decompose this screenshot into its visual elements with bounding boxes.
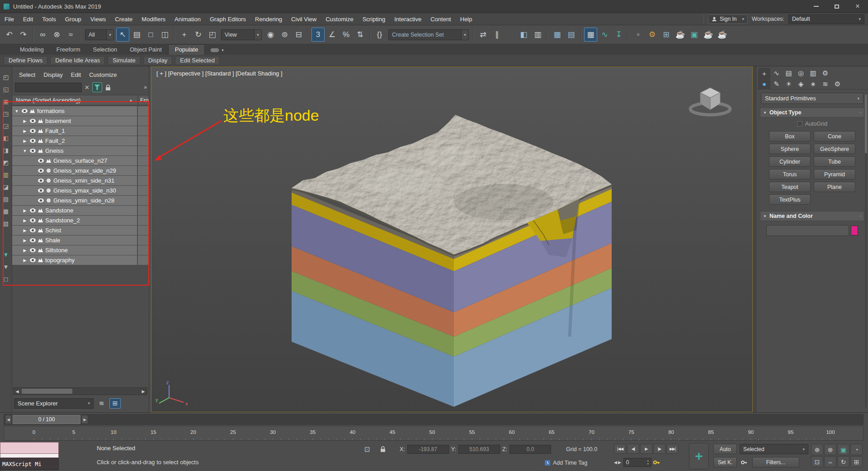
go-to-start-button[interactable]: |◀◀ [614,444,626,454]
isolate-selection-icon[interactable]: ▥ [531,28,544,42]
viewport-layout-tab-icon[interactable]: ▦ [2,207,10,216]
explorer-menu-edit[interactable]: Edit [67,71,85,78]
create-tab-icon[interactable]: + [758,68,770,79]
row-name-cell[interactable]: ▶Sandstone [12,206,137,215]
row-name-cell[interactable]: Gneiss_xmin_side_n31 [12,176,137,185]
ribbon-button-define-flows[interactable]: Define Flows [4,56,47,65]
ribbon-button-display[interactable]: Display [143,56,173,65]
viewcube[interactable] [683,79,737,122]
ribbon-tab-freeform[interactable]: Freeform [50,45,87,55]
field-of-view-icon[interactable]: ◔ [850,444,863,455]
visibility-eye-icon[interactable] [30,218,36,222]
shapes-category-icon[interactable]: ✎ [770,79,783,89]
menu-group[interactable]: Group [61,13,86,25]
orbit-icon[interactable]: ↻ [837,456,849,467]
menu-interactive[interactable]: Interactive [390,13,426,25]
spacewarps-category-icon[interactable]: ≋ [819,79,831,89]
spinner-snap-icon[interactable]: ⇅ [354,28,367,42]
zoom-all-icon[interactable]: ⊛ [824,444,836,455]
undo-icon[interactable]: ↶ [3,28,16,42]
systems-category-icon[interactable]: ⚙ [831,79,844,89]
visibility-eye-icon[interactable] [38,188,44,193]
render-iterative-icon[interactable]: ☕ [716,28,729,42]
object-type-teapot[interactable]: Teapot [769,182,811,192]
search-input[interactable] [15,83,82,92]
reference-coordinate-dropdown[interactable]: View▾ [221,29,262,40]
create-selection-set-combo[interactable]: Create Selection Set▾ [388,29,469,40]
maximize-viewport-icon[interactable]: ⊞ [850,456,863,467]
scene-explorer-row[interactable]: ▶basement [12,116,149,126]
viewport-layout-tab-icon[interactable]: ◲ [2,122,10,130]
expand-arrow-icon[interactable]: ▶ [22,258,28,263]
object-type-torus[interactable]: Torus [769,169,811,179]
scene-explorer-row[interactable]: Gneiss_xmin_side_n31 [12,176,149,185]
rendered-frame-icon[interactable]: ▣ [688,28,701,42]
object-type-sphere[interactable]: Sphere [769,144,811,154]
dope-sheet-icon[interactable]: ↧ [612,28,625,42]
viewport-layout-tab-icon[interactable]: ◪ [2,183,10,191]
row-name-cell[interactable]: ▶Shale [12,236,137,245]
sign-in-button[interactable]: Sign In ▾ [708,14,748,24]
row-frozen-cell[interactable] [138,216,149,225]
add-time-tag[interactable]: Add Time Tag [544,460,587,466]
scrollbar-thumb[interactable] [865,94,867,153]
visibility-eye-icon[interactable] [30,119,36,123]
time-back-button[interactable]: ◀ [5,415,12,424]
viewport-layout-tab-icon[interactable]: ▣ [2,97,10,106]
workspace-dropdown[interactable]: Default ▾ [788,14,864,24]
menu-help[interactable]: Help [456,13,477,25]
expand-arrow-icon[interactable]: ▶ [22,248,28,253]
project-window-icon[interactable]: ⊞ [660,28,673,42]
align-icon[interactable]: ∥ [491,28,504,42]
array-icon[interactable]: ▫ [632,28,645,42]
object-type-box[interactable]: Box [769,131,811,141]
frame-stepper[interactable]: ▴▾ [647,459,649,465]
auto-key-button[interactable]: Auto [713,444,737,454]
viewport-layout-icon[interactable]: ◧ [517,28,530,42]
expand-arrow-icon[interactable]: ▶ [22,139,28,143]
scene-explorer-row[interactable]: ▶Sandstone_2 [12,216,149,225]
object-type-cone[interactable]: Cone [814,131,855,141]
key-mode-icon[interactable] [653,459,660,466]
panel-splitter[interactable] [753,66,756,412]
row-frozen-cell[interactable] [138,226,149,235]
visibility-eye-icon[interactable] [30,129,36,133]
object-type-geosphere[interactable]: GeoSphere [814,144,855,154]
ribbon-button-simulate[interactable]: Simulate [108,56,141,65]
scene-explorer-row[interactable]: ▼formations [12,106,149,116]
viewport-layout-tab-icon[interactable]: ▧ [2,219,10,228]
scene-explorer-row[interactable]: Gneiss_ymin_side_n28 [12,196,149,205]
scroll-right-icon[interactable]: ▶ [140,389,147,394]
visibility-eye-icon[interactable] [30,208,36,212]
use-pivot-point-icon[interactable]: ◉ [264,28,277,42]
scene-explorer-row[interactable]: ▼Gneiss [12,146,149,155]
display-filter-funnel-icon[interactable]: ▼ [2,263,10,271]
select-and-scale-icon[interactable]: ◰ [206,28,219,42]
select-and-link-icon[interactable]: ∞ [36,28,49,42]
percent-snap-icon[interactable]: % [340,28,353,42]
expand-arrow-icon[interactable]: ▶ [22,218,28,223]
visibility-eye-icon[interactable] [30,139,36,143]
row-name-cell[interactable]: ▶Siltstone [12,245,137,255]
menu-customize[interactable]: Customize [321,13,358,25]
expand-arrow-icon[interactable]: ▶ [22,129,28,133]
expand-arrow-icon[interactable]: ▼ [22,149,28,153]
geometry-category-icon[interactable]: ● [758,79,770,89]
explorer-menu-customize[interactable]: Customize [85,71,121,78]
row-frozen-cell[interactable] [138,106,149,116]
window-crossing-icon[interactable]: ◫ [158,28,171,42]
row-frozen-cell[interactable] [138,255,149,265]
visibility-eye-icon[interactable] [30,149,36,153]
viewport-layout-tab-icon[interactable]: ▤ [2,195,10,203]
menu-civil-view[interactable]: Civil View [287,13,321,25]
z-coordinate-field[interactable]: 0.0 [509,445,551,454]
explorer-menu-display[interactable]: Display [39,71,67,78]
menu-modifiers[interactable]: Modifiers [137,13,170,25]
render-setup-icon[interactable]: ☕ [674,28,687,42]
expand-arrow-icon[interactable]: ▶ [22,119,28,123]
select-object-icon[interactable]: ↖ [116,28,129,42]
select-and-rotate-icon[interactable]: ↻ [192,28,205,42]
expand-arrow-icon[interactable]: ▼ [14,109,19,113]
row-frozen-cell[interactable] [138,116,149,126]
ribbon-toggle-icon[interactable]: ▦ [584,28,597,42]
